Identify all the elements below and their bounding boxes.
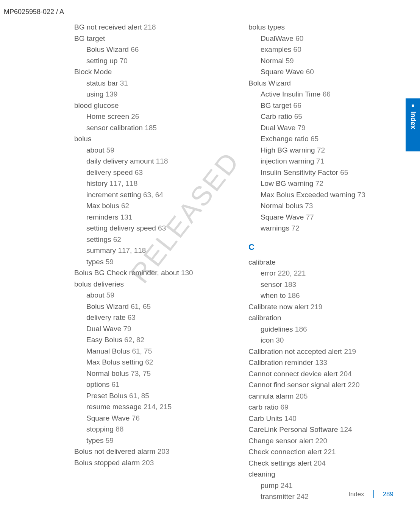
index-pages: 241 (281, 481, 293, 489)
index-pages: 66 (131, 45, 139, 53)
index-pages: 79 (123, 325, 131, 333)
index-term: types (86, 258, 103, 266)
index-pages: 185 (145, 124, 157, 132)
index-pages: 183 (284, 280, 296, 288)
index-entry: Check connection alert 221 (248, 447, 389, 458)
index-term: Max Bolus setting (86, 358, 143, 366)
index-entry: Low BG warning 72 (248, 178, 389, 189)
index-term: Calibration not accepted alert (248, 347, 342, 355)
index-term: types (86, 436, 103, 444)
index-entry: setting up 70 (74, 56, 214, 67)
index-pages: 139 (106, 90, 118, 98)
index-columns: BG not received alert 218BG targetBolus … (74, 22, 389, 503)
index-term: bolus types (248, 23, 285, 31)
footer-divider (373, 490, 374, 498)
index-entry: types 59 (74, 257, 214, 268)
index-term: Insulin Sensitivity Factor (261, 168, 338, 176)
index-term: High BG warning (261, 146, 315, 154)
index-entry: Preset Bolus 61, 85 (74, 391, 214, 402)
index-entry: Block Mode (74, 67, 214, 78)
index-term: examples (261, 45, 291, 53)
index-term: Bolus Wizard (86, 45, 129, 53)
index-pages: 124 (340, 425, 352, 433)
index-entry: Square Wave 60 (248, 67, 389, 78)
index-pages: 72 (315, 179, 323, 187)
index-entry: CareLink Personal Software 124 (248, 424, 389, 435)
index-entry: warnings 72 (248, 223, 389, 234)
index-term: increment setting (86, 191, 141, 199)
index-pages: 65 (340, 168, 348, 176)
index-entry: Max Bolus setting 62 (74, 357, 214, 368)
index-entry: Calibration reminder 133 (248, 357, 389, 368)
footer-label: Index (348, 489, 364, 499)
index-entry: delivery rate 63 (74, 312, 214, 323)
index-entry: High BG warning 72 (248, 145, 389, 156)
index-term: Block Mode (74, 68, 112, 76)
index-entry: guidelines 186 (248, 324, 389, 335)
index-term: DualWave (261, 34, 294, 42)
index-pages: 62 (145, 358, 153, 366)
index-term: summary (86, 246, 116, 254)
index-term: Square Wave (261, 213, 304, 221)
index-entry: icon 30 (248, 335, 389, 346)
index-term: using (86, 90, 103, 98)
index-pages: 30 (276, 336, 284, 344)
index-entry: Bolus Wizard (248, 78, 389, 89)
index-entry: Carb ratio 65 (248, 111, 389, 122)
index-term: Normal bolus (86, 369, 129, 377)
index-entry: Calibration not accepted alert 219 (248, 346, 389, 357)
index-term: setting delivery speed (86, 224, 156, 232)
index-term: daily delivery amount (86, 157, 154, 165)
index-term: icon (261, 336, 274, 344)
index-entry: Bolus not delivered alarm 203 (74, 446, 214, 457)
index-entry: cannula alarm 205 (248, 391, 389, 402)
index-entry: Easy Bolus 62, 82 (74, 335, 214, 346)
index-pages: 62 (121, 202, 129, 210)
index-term: Normal bolus (261, 202, 303, 210)
index-pages: 218 (144, 23, 156, 31)
index-term: warnings (261, 224, 289, 232)
index-term: Exchange ratio (261, 135, 309, 143)
index-term: setting up (86, 57, 117, 65)
index-pages: 69 (280, 403, 288, 411)
index-pages: 214, 215 (144, 403, 172, 411)
index-term: Low BG warning (261, 179, 313, 187)
index-entry: Normal bolus 73, 75 (74, 368, 214, 379)
index-entry: BG target 66 (248, 100, 389, 111)
index-entry: status bar 31 (74, 78, 214, 89)
index-term: Dual Wave (261, 124, 295, 132)
index-pages: 131 (120, 213, 133, 221)
index-term: Bolus Wizard (248, 79, 291, 87)
index-entry: stopping 88 (74, 424, 214, 435)
index-pages: 140 (284, 414, 297, 422)
index-term: Active Insulin Time (261, 90, 320, 98)
index-entry: increment setting 63, 64 (74, 190, 214, 201)
index-pages: 62, 82 (124, 336, 144, 344)
index-term: BG target (261, 101, 291, 109)
index-term: stopping (86, 425, 114, 433)
index-term: calibrate (248, 258, 276, 266)
index-pages: 59 (106, 291, 114, 299)
index-pages: 72 (317, 146, 325, 154)
doc-header: MP6025958-022 / A (4, 7, 64, 17)
index-pages: 219 (311, 303, 323, 311)
index-entry: history 117, 118 (74, 178, 214, 189)
index-entry: examples 60 (248, 44, 389, 55)
index-pages: 59 (106, 258, 114, 266)
index-pages: 118 (156, 157, 168, 165)
index-term: bolus deliveries (74, 280, 124, 288)
index-pages: 79 (298, 124, 306, 132)
index-pages: 63, 64 (143, 191, 163, 199)
index-term: options (86, 380, 109, 388)
index-entry: Manual Bolus 61, 75 (74, 346, 214, 357)
index-entry: Max bolus 62 (74, 201, 214, 212)
index-pages: 66 (294, 101, 301, 109)
index-entry: using 139 (74, 89, 214, 100)
index-pages: 73 (358, 191, 365, 199)
index-pages: 73 (305, 202, 313, 210)
page-footer: Index 289 (348, 489, 393, 499)
index-term: Check connection alert (248, 448, 322, 456)
index-pages: 61 (112, 380, 120, 388)
index-term: Dual Wave (86, 325, 121, 333)
index-entry: when to 186 (248, 290, 389, 301)
